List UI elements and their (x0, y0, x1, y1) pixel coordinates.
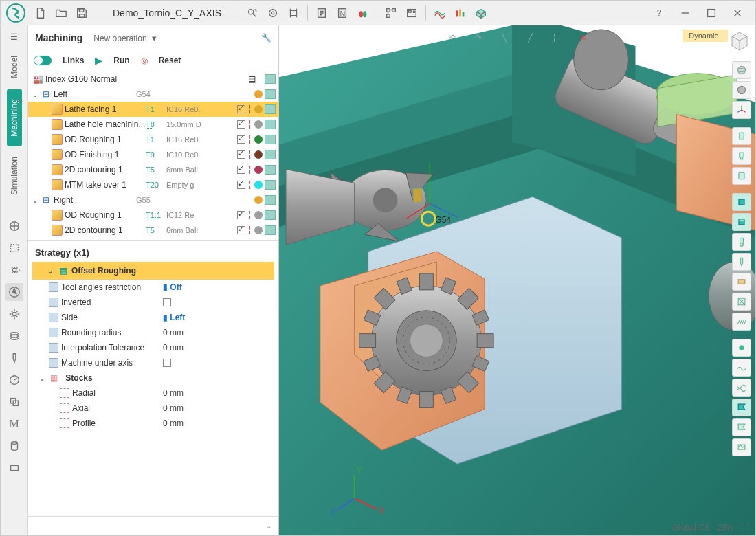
vpr-hatch-icon[interactable] (732, 313, 751, 331)
tree-row[interactable]: 2D contouring 1T56mm Ball╎ (28, 223, 278, 236)
strategy-param-row[interactable]: Machine under axis (32, 355, 274, 370)
vpr-dot-icon[interactable] (732, 339, 751, 357)
strategy-name-row[interactable]: ⌄ ▤ Offset Roughing (32, 262, 274, 280)
side-icon-drill[interactable] (5, 349, 23, 367)
vpr-sphere-icon[interactable] (732, 61, 751, 79)
curve-left-icon[interactable]: ╲ (496, 30, 513, 46)
reset-icon[interactable]: ◎ (141, 56, 148, 65)
side-icon-copy[interactable] (5, 393, 23, 411)
vpr-shade-icon[interactable] (732, 81, 751, 99)
toolbar-icon-8[interactable] (402, 3, 421, 23)
strategy-param-row[interactable]: Interpolation Tolerance0 mm (32, 340, 274, 355)
toolbar-icon-1[interactable] (243, 3, 262, 23)
strategy-param-row[interactable]: Side▮ Left (32, 310, 274, 325)
tree-row[interactable]: 2D contouring 1T56mm Ball╎ (28, 162, 278, 177)
menu-icon[interactable]: ☰ (5, 30, 24, 45)
tab-machining[interactable]: Machining (7, 89, 22, 146)
tree-row[interactable]: OD Roughing 1T1.1IC12 Re╎ (28, 208, 278, 223)
stocks-label[interactable]: Stocks (65, 373, 92, 383)
toolbar-icon-6[interactable] (353, 3, 373, 23)
vpr-holder-icon[interactable] (732, 273, 751, 291)
new-operation-dropdown[interactable]: New operation ▾ (87, 33, 157, 43)
vpr-flag1-icon[interactable] (732, 399, 751, 416)
side-icon-dotted[interactable] (5, 239, 23, 257)
redo-icon[interactable]: ↷ (470, 30, 487, 46)
open-file-button[interactable] (52, 3, 71, 23)
toolbar-icon-7[interactable] (381, 3, 401, 23)
tree-row[interactable]: 🏭Index G160 Normal▤ (28, 71, 278, 87)
vpr-axes-icon[interactable] (732, 101, 751, 119)
vpr-cyl3-icon[interactable] (732, 167, 751, 185)
measure-icon[interactable]: ╎╎ (548, 30, 565, 46)
svg-rect-21 (10, 245, 18, 252)
zoom-label[interactable]: 23% (717, 523, 733, 533)
vpr-tool1-icon[interactable] (732, 233, 751, 251)
minimize-button[interactable] (673, 3, 698, 23)
tree-row[interactable]: MTM take over 1T20Empty g╎ (28, 177, 278, 192)
stock-param-row[interactable]: Axial0 mm (32, 401, 274, 416)
vpr-cyl1-icon[interactable] (732, 127, 751, 145)
vpr-stock1-icon[interactable] (732, 193, 751, 211)
side-icon-target[interactable] (5, 217, 23, 235)
expand-icon[interactable]: ⛶ (740, 523, 748, 533)
tree-row[interactable]: OD Roughing 1T1IC16 Re0.╎ (28, 132, 278, 147)
toolbar-icon-11[interactable] (471, 3, 491, 23)
collapse-icon[interactable]: ⌄ (266, 522, 274, 530)
side-icon-stacks[interactable] (5, 327, 23, 345)
viewport-right-toolbar (732, 61, 751, 456)
vpr-cyl2-icon[interactable] (732, 147, 751, 165)
strategy-param-row[interactable]: Tool angles restriction▮ Off (32, 280, 274, 295)
vpr-fixture-icon[interactable] (732, 293, 751, 311)
coordinate-system-label[interactable]: Global CS (672, 523, 710, 533)
tree-row[interactable]: ⌄⊟LeftG54 (28, 87, 278, 102)
vpr-wave2-icon[interactable] (732, 379, 751, 397)
reset-label[interactable]: Reset (159, 56, 181, 65)
new-file-button[interactable] (31, 3, 50, 23)
help-button[interactable]: ? (647, 3, 671, 23)
operation-tree[interactable]: 🏭Index G160 Normal▤ ⌄⊟LeftG54Lathe facin… (28, 71, 278, 236)
side-icon-compass[interactable] (5, 283, 23, 301)
svg-rect-10 (387, 8, 390, 12)
tab-model[interactable]: Model (7, 46, 22, 88)
stock-param-row[interactable]: Radial0 mm (32, 386, 274, 401)
vpr-flag3-icon[interactable] (732, 438, 751, 456)
stock-param-row[interactable]: Profile0 mm (32, 416, 274, 431)
view-cube[interactable] (728, 30, 751, 53)
close-button[interactable] (725, 3, 750, 23)
delete-icon[interactable]: ✕ (575, 30, 591, 46)
tree-row[interactable]: Lathe hole machinin...T815.0mm D╎ (28, 117, 278, 132)
toolbar-icon-4[interactable] (312, 3, 331, 23)
side-icon-cylinder[interactable] (5, 437, 23, 455)
undo-icon[interactable]: ↶ (444, 30, 460, 46)
links-toggle[interactable] (34, 56, 52, 65)
tree-row[interactable]: OD Finishing 1T9IC10 Re0.╎ (28, 147, 278, 162)
curve-right-icon[interactable]: ╱ (522, 30, 539, 46)
toolbar-icon-2[interactable] (263, 3, 282, 23)
toolbar-icon-9[interactable] (430, 3, 449, 23)
vpr-tool2-icon[interactable] (732, 253, 751, 271)
svg-point-4 (271, 12, 274, 14)
vpr-stock2-icon[interactable] (732, 213, 751, 231)
side-icon-gear[interactable] (5, 305, 23, 323)
tree-row[interactable]: ⌄⊟RightG55 (28, 192, 278, 208)
run-icon[interactable]: ▶ (95, 55, 102, 66)
vpr-flag2-icon[interactable] (732, 418, 751, 436)
side-icon-m[interactable]: M (5, 415, 23, 433)
wrench-icon[interactable]: 🔧 (261, 33, 271, 43)
side-icon-gauge[interactable] (5, 371, 23, 389)
toolbar-icon-10[interactable] (451, 3, 470, 23)
maximize-button[interactable] (699, 3, 724, 23)
save-button[interactable] (72, 3, 91, 23)
viewport-3d[interactable]: G54 X Y Z (279, 25, 755, 535)
side-icon-orbit[interactable] (5, 261, 23, 279)
strategy-param-row[interactable]: Rounding radius0 mm (32, 325, 274, 340)
tab-simulation[interactable]: Simulation (7, 147, 22, 205)
run-label[interactable]: Run (113, 56, 129, 65)
side-icon-rect[interactable] (5, 459, 23, 477)
vpr-wave1-icon[interactable] (732, 359, 751, 377)
toolbar-icon-3[interactable] (284, 3, 303, 23)
tree-row[interactable]: Lathe facing 1T1IC16 Re0.╎ (28, 102, 278, 117)
strategy-param-row[interactable]: Inverted (32, 295, 274, 310)
view-mode-dropdown[interactable]: Dynamic (683, 30, 728, 42)
toolbar-icon-5[interactable]: N.I (333, 3, 352, 23)
